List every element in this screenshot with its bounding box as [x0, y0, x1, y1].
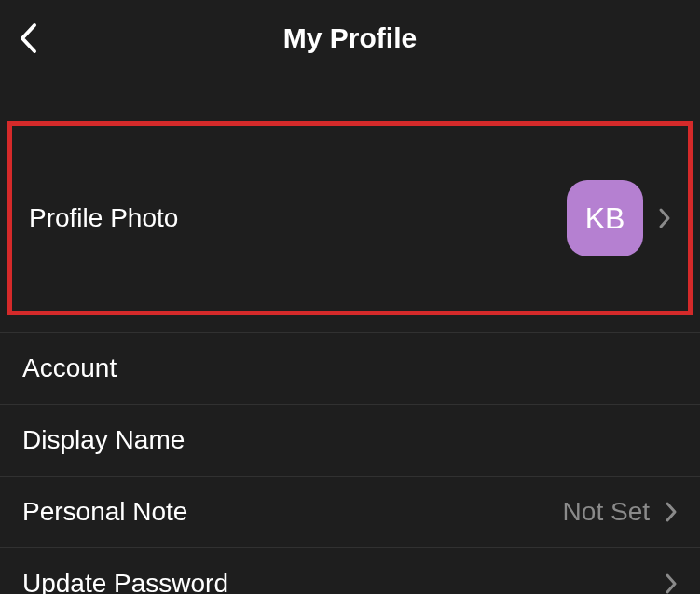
- menu-section: Profile Photo KB Account Display Name Pe…: [0, 76, 700, 594]
- display-name-row[interactable]: Display Name: [0, 404, 700, 476]
- avatar: KB: [567, 180, 643, 256]
- display-name-label: Display Name: [22, 425, 185, 455]
- update-password-row[interactable]: Update Password: [0, 547, 700, 594]
- personal-note-row[interactable]: Personal Note Not Set: [0, 476, 700, 547]
- chevron-right-icon: [665, 573, 678, 594]
- page-title: My Profile: [283, 22, 417, 54]
- back-icon[interactable]: [19, 22, 37, 54]
- profile-photo-right: KB: [567, 180, 671, 256]
- profile-photo-label: Profile Photo: [29, 203, 178, 233]
- account-label: Account: [22, 353, 117, 383]
- chevron-right-icon: [665, 501, 678, 523]
- account-row[interactable]: Account: [0, 332, 700, 404]
- update-password-label: Update Password: [22, 569, 228, 594]
- personal-note-label: Personal Note: [22, 497, 187, 527]
- profile-photo-row[interactable]: Profile Photo KB: [7, 121, 693, 315]
- update-password-right: [665, 573, 678, 594]
- header: My Profile: [0, 0, 700, 76]
- chevron-right-icon: [658, 207, 671, 229]
- personal-note-value: Not Set: [563, 497, 650, 527]
- personal-note-right: Not Set: [563, 497, 678, 527]
